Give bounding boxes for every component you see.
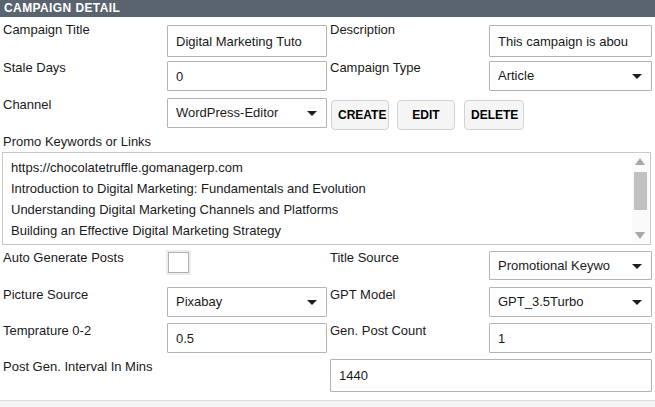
chevron-down-icon	[307, 111, 317, 116]
page-title: CAMPAIGN DETAIL	[0, 0, 655, 17]
campaign-detail-panel: CAMPAIGN DETAIL Campaign Title Descripti…	[0, 0, 655, 407]
campaign-title-label: Campaign Title	[3, 22, 90, 37]
picture-source-value: Pixabay	[176, 288, 302, 315]
temprature-label: Temprature 0-2	[3, 323, 91, 338]
chevron-down-icon	[632, 264, 642, 269]
picture-source-label: Picture Source	[3, 287, 88, 302]
promo-keywords-text: https://chocolatetruffle.gomanagerp.com …	[3, 153, 631, 244]
campaign-type-label: Campaign Type	[330, 60, 421, 75]
gpt-model-select[interactable]: GPT_3.5Turbo	[489, 287, 652, 317]
gen-post-count-label: Gen. Post Count	[330, 323, 426, 338]
auto-generate-posts-checkbox[interactable]	[168, 252, 189, 273]
edit-button[interactable]: EDIT	[397, 100, 455, 130]
scroll-down-icon[interactable]	[632, 228, 649, 243]
picture-source-select[interactable]: Pixabay	[167, 287, 327, 317]
channel-value: WordPress-Editor	[176, 99, 302, 126]
channel-label: Channel	[3, 97, 51, 112]
title-source-value: Promotional Keywo	[498, 252, 627, 279]
chevron-down-icon	[632, 74, 642, 79]
scrollbar-thumb[interactable]	[634, 172, 647, 210]
campaign-type-select[interactable]: Article	[489, 61, 652, 91]
create-button[interactable]: CREATE	[331, 100, 389, 130]
campaign-type-value: Article	[498, 62, 627, 89]
title-source-label: Title Source	[330, 250, 399, 265]
auto-generate-posts-label: Auto Generate Posts	[3, 250, 124, 265]
gen-post-count-input[interactable]	[489, 323, 652, 353]
stale-days-label: Stale Days	[3, 60, 66, 75]
title-source-select[interactable]: Promotional Keywo	[489, 251, 652, 280]
next-section-edge	[0, 400, 655, 407]
stale-days-input[interactable]	[167, 61, 327, 91]
section-header: CAMPAIGN DETAIL	[0, 0, 655, 17]
description-input[interactable]	[489, 25, 652, 57]
post-gen-interval-input[interactable]	[330, 359, 652, 392]
gpt-model-label: GPT Model	[330, 287, 396, 302]
description-label: Description	[330, 22, 395, 37]
campaign-title-input[interactable]	[167, 25, 327, 57]
channel-select[interactable]: WordPress-Editor	[167, 98, 327, 128]
temprature-input[interactable]	[167, 323, 327, 353]
promo-keywords-label: Promo Keywords or Links	[3, 134, 151, 149]
post-gen-interval-label: Post Gen. Interval In Mins	[3, 359, 153, 374]
delete-button[interactable]: DELETE	[464, 100, 524, 130]
scrollbar[interactable]	[632, 154, 649, 243]
chevron-down-icon	[632, 300, 642, 305]
promo-keywords-textarea[interactable]: https://chocolatetruffle.gomanagerp.com …	[2, 152, 651, 245]
chevron-down-icon	[307, 300, 317, 305]
scroll-up-icon[interactable]	[632, 154, 649, 169]
gpt-model-value: GPT_3.5Turbo	[498, 288, 627, 315]
